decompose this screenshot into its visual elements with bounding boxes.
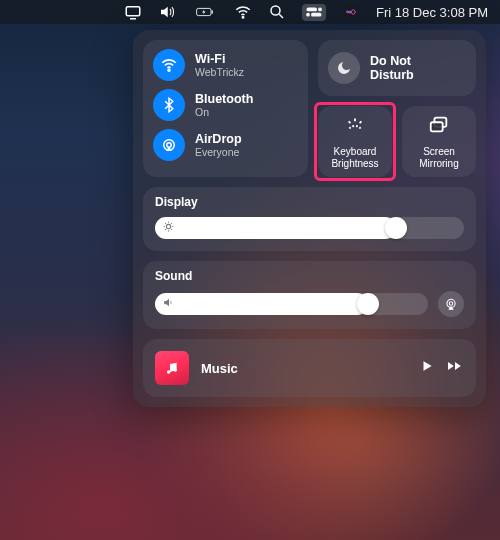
battery-charging-icon[interactable]: [192, 3, 218, 21]
sound-volume-slider[interactable]: [155, 293, 428, 315]
now-playing-module[interactable]: Music: [143, 339, 476, 397]
svg-rect-0: [126, 7, 140, 16]
display-heading: Display: [155, 195, 464, 209]
airdrop-icon: [153, 129, 185, 161]
svg-point-15: [166, 224, 170, 228]
menubar-datetime[interactable]: Fri 18 Dec 3:08 PM: [376, 5, 488, 20]
siri-icon[interactable]: [342, 3, 360, 21]
svg-rect-8: [311, 13, 322, 17]
do-not-disturb-toggle[interactable]: Do NotDisturb: [318, 40, 476, 96]
svg-point-6: [318, 8, 322, 12]
airdrop-subtitle: Everyone: [195, 146, 242, 158]
display-brightness-slider[interactable]: [155, 217, 464, 239]
fast-forward-button[interactable]: [446, 359, 464, 377]
search-icon[interactable]: [268, 3, 286, 21]
sound-module: Sound: [143, 261, 476, 329]
airplay-audio-button[interactable]: [438, 291, 464, 317]
wifi-title: Wi-Fi: [195, 52, 244, 66]
bluetooth-toggle[interactable]: Bluetooth On: [153, 89, 298, 121]
menubar: Fri 18 Dec 3:08 PM: [0, 0, 500, 24]
svg-point-10: [168, 69, 170, 71]
svg-rect-14: [431, 122, 443, 131]
display-module: Display: [143, 187, 476, 251]
svg-point-19: [174, 368, 177, 371]
sound-heading: Sound: [155, 269, 464, 283]
dnd-label: Do NotDisturb: [370, 54, 414, 83]
airdrop-toggle[interactable]: AirDrop Everyone: [153, 129, 298, 161]
wifi-icon[interactable]: [234, 3, 252, 21]
keyboard-brightness-button[interactable]: KeyboardBrightness: [318, 106, 392, 177]
airdrop-title: AirDrop: [195, 132, 242, 146]
keyboard-brightness-label: KeyboardBrightness: [331, 146, 378, 169]
keyboard-brightness-icon: [344, 114, 366, 140]
screen-mirroring-button[interactable]: ScreenMirroring: [402, 106, 476, 177]
connectivity-group: Wi-Fi WebTrickz Bluetooth On AirDrop: [143, 40, 308, 177]
music-title: Music: [201, 361, 408, 376]
moon-icon: [328, 52, 360, 84]
bluetooth-icon: [153, 89, 185, 121]
play-button[interactable]: [420, 359, 434, 377]
svg-point-3: [242, 17, 244, 19]
tv-icon[interactable]: [124, 3, 142, 21]
svg-rect-2: [212, 10, 213, 14]
wifi-toggle[interactable]: Wi-Fi WebTrickz: [153, 49, 298, 81]
bluetooth-subtitle: On: [195, 106, 253, 118]
speaker-icon: [162, 295, 175, 313]
wifi-subtitle: WebTrickz: [195, 66, 244, 78]
brightness-icon: [162, 219, 175, 237]
music-app-icon: [155, 351, 189, 385]
volume-icon[interactable]: [158, 3, 176, 21]
svg-point-4: [271, 6, 280, 15]
wifi-icon: [153, 49, 185, 81]
svg-point-16: [449, 302, 453, 306]
control-center-panel: Wi-Fi WebTrickz Bluetooth On AirDrop: [133, 30, 486, 407]
control-center-icon[interactable]: [302, 4, 326, 21]
svg-point-18: [167, 370, 170, 373]
svg-point-7: [306, 13, 310, 17]
screen-mirroring-icon: [428, 114, 450, 140]
screen-mirroring-label: ScreenMirroring: [419, 146, 458, 169]
svg-rect-5: [307, 8, 318, 12]
bluetooth-title: Bluetooth: [195, 92, 253, 106]
